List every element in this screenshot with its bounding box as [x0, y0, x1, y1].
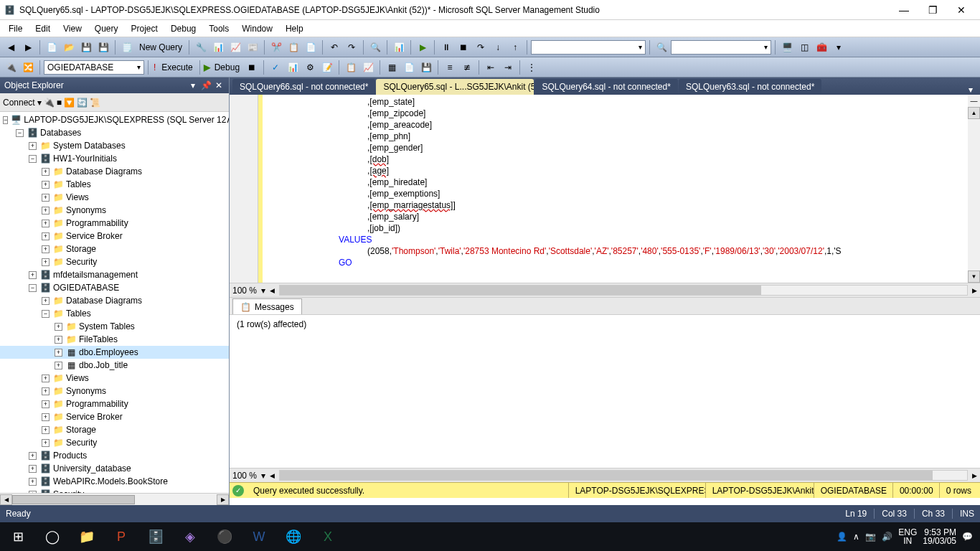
expand-icon[interactable]: +	[42, 232, 50, 240]
menu-file[interactable]: File	[3, 22, 28, 36]
editor-hscroll[interactable]	[279, 285, 968, 296]
expand-icon[interactable]: +	[42, 181, 50, 189]
people-icon[interactable]: 👤	[837, 532, 847, 542]
expand-icon[interactable]: −	[29, 284, 37, 292]
reg-srv-icon[interactable]: 🖥️	[779, 39, 795, 55]
split-icon[interactable]: —	[968, 95, 980, 107]
powerpoint-icon[interactable]: P	[105, 522, 138, 551]
zoom-hscroll-right[interactable]: ▶	[972, 287, 977, 294]
clock[interactable]: 9:53 PM19/03/05	[923, 528, 956, 545]
expand-icon[interactable]: +	[29, 142, 37, 150]
zoom-level[interactable]: 100 %	[232, 286, 257, 296]
expand-icon[interactable]: +	[29, 465, 37, 473]
results-grid-icon[interactable]: ▦	[384, 60, 400, 75]
plan-icon[interactable]: 📊	[285, 60, 301, 75]
tree-node[interactable]: +📁Synonyms	[0, 385, 229, 397]
cortana-button[interactable]: ◯	[36, 522, 69, 551]
tree-node[interactable]: +📁Service Broker	[0, 410, 229, 423]
expand-icon[interactable]: +	[42, 258, 50, 266]
system-tray[interactable]: 👤 ∧ 📷 🔊 ENGIN 9:53 PM19/03/05 💬	[831, 528, 979, 545]
tree-node[interactable]: +📁FileTables	[0, 333, 229, 346]
expand-icon[interactable]: +	[55, 323, 62, 331]
expand-icon[interactable]: +	[42, 194, 50, 202]
expand-icon[interactable]: +	[55, 336, 62, 344]
open-button[interactable]: 📂	[61, 39, 77, 55]
xml-icon[interactable]: 📰	[245, 39, 260, 55]
expand-icon[interactable]: +	[42, 387, 50, 395]
find-button[interactable]: 🔍	[367, 39, 383, 55]
ssms-icon[interactable]: 🗄️	[139, 522, 172, 551]
notifications-icon[interactable]: 💬	[962, 532, 973, 542]
tab-overflow-icon[interactable]: ▾	[964, 85, 977, 95]
tree-node[interactable]: +📁Views	[0, 191, 229, 204]
activity-icon[interactable]: 📊	[391, 39, 407, 55]
tree-node[interactable]: +📁Service Broker	[0, 230, 229, 242]
zoom-hscroll-left[interactable]: ◀	[270, 287, 275, 294]
result-hscroll-right[interactable]: ▶	[972, 472, 977, 479]
stop2-icon[interactable]: ⏹	[244, 60, 260, 75]
find-combo-icon[interactable]: 🔍	[654, 39, 669, 55]
expand-icon[interactable]: +	[42, 245, 50, 253]
volume-icon[interactable]: 🔊	[882, 532, 892, 542]
vs-icon[interactable]: ◈	[174, 522, 207, 551]
copy-button[interactable]: 📋	[286, 39, 301, 55]
tree-node[interactable]: +📁System Databases	[0, 139, 229, 152]
stop-conn-button[interactable]: ■	[57, 98, 62, 108]
tree-node[interactable]: −📁Tables	[0, 307, 229, 320]
tree-node[interactable]: +📁Database Diagrams	[0, 294, 229, 307]
expand-icon[interactable]: +	[42, 207, 50, 215]
scroll-left-icon[interactable]: ◀	[0, 494, 12, 505]
explorer-icon[interactable]: 📁	[70, 522, 103, 551]
expand-icon[interactable]: −	[3, 116, 8, 124]
nav-back-button[interactable]: ◀	[3, 39, 19, 55]
paste-button[interactable]: 📄	[303, 39, 319, 55]
expand-icon[interactable]: +	[42, 439, 50, 447]
new-query-button[interactable]: New Query	[136, 42, 185, 52]
cut-button[interactable]: ✂️	[268, 39, 284, 55]
expand-icon[interactable]: −	[42, 310, 50, 318]
change-conn-icon[interactable]: 🔀	[20, 60, 36, 75]
filter-button[interactable]: 🔽	[64, 98, 75, 108]
menu-query[interactable]: Query	[89, 22, 124, 36]
scroll-down-button[interactable]: ▼	[968, 270, 980, 283]
tree-node[interactable]: +▦dbo.Job_title	[0, 359, 229, 372]
expand-icon[interactable]: +	[29, 452, 37, 460]
messages-tab[interactable]: 📋 Messages	[232, 298, 302, 314]
tree-node[interactable]: +📁Security	[0, 255, 229, 268]
as-icon[interactable]: 📊	[210, 39, 226, 55]
indent-out-icon[interactable]: ⇤	[483, 60, 499, 75]
zoom-dropdown-icon[interactable]: ▾	[261, 286, 265, 296]
tree-node[interactable]: +🗄️Security	[0, 488, 229, 493]
connect-dropdown-icon[interactable]: ▾	[37, 98, 42, 108]
tree-node[interactable]: +📁Views	[0, 372, 229, 385]
tree-hscroll[interactable]: ◀ ▶	[0, 493, 229, 505]
tree-node[interactable]: +🗄️WebAPIRc.Models.BookStore	[0, 475, 229, 488]
menu-window[interactable]: Window	[236, 22, 278, 36]
scroll-right-icon[interactable]: ▶	[217, 494, 229, 505]
menu-view[interactable]: View	[57, 22, 88, 36]
scroll-up-icon[interactable]: ∧	[226, 115, 229, 125]
expand-icon[interactable]: +	[42, 426, 50, 434]
tree-node[interactable]: −🗄️HW1-YourInitials	[0, 152, 229, 165]
server-node[interactable]: − 🖥️ LAPTOP-DSG5JEJK\SQLEXPRESS (SQL Ser…	[0, 113, 229, 126]
code-editor[interactable]: ,[emp_state] ,[emp_zipcode] ,[emp_areaco…	[230, 95, 980, 283]
start-button[interactable]: ⊞	[1, 522, 34, 551]
tree-node[interactable]: +🗄️Products	[0, 449, 229, 462]
editor-tab[interactable]: SQLQuery63.sql - not connected*	[679, 79, 821, 95]
menu-tools[interactable]: Tools	[203, 22, 235, 36]
tree-node[interactable]: +📁System Tables	[0, 320, 229, 333]
scroll-up-button[interactable]: ▲	[968, 107, 980, 119]
disconnect-button[interactable]: 🔌	[44, 98, 55, 108]
messages-output[interactable]: (1 row(s) affected)	[230, 314, 980, 468]
expand-icon[interactable]: +	[42, 400, 50, 408]
debug-button[interactable]: Debug	[212, 62, 242, 72]
uncomment-icon[interactable]: ≢	[459, 60, 475, 75]
maximize-button[interactable]: ❐	[918, 0, 947, 20]
editor-vscroll[interactable]: — ▲ ▼	[968, 95, 980, 283]
result-zoom-level[interactable]: 100 %	[232, 471, 257, 481]
connect-icon[interactable]: 🔌	[3, 60, 19, 75]
result-hscroll-left[interactable]: ◀	[270, 472, 275, 479]
camera-icon[interactable]: 📷	[865, 532, 876, 542]
close-button[interactable]: ✕	[947, 0, 976, 20]
expand-icon[interactable]: +	[55, 362, 62, 369]
